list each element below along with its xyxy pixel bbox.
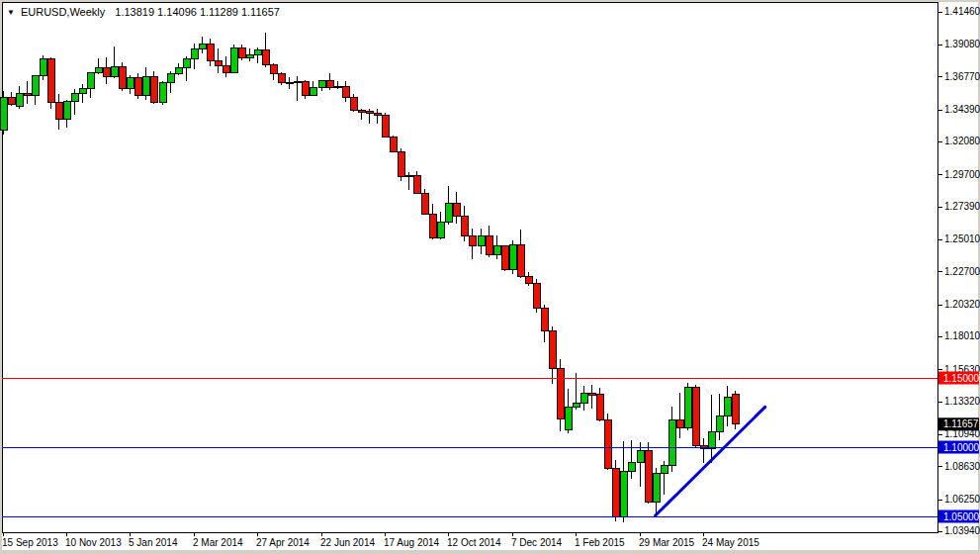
date-tick-label: 1 Feb 2015 xyxy=(575,537,625,548)
candle xyxy=(501,245,508,271)
candle-body-bear xyxy=(302,81,309,95)
candle-body-bull xyxy=(40,59,46,76)
candle-body-bear xyxy=(270,65,277,74)
candle-body-bear xyxy=(612,469,619,516)
candle xyxy=(604,414,611,469)
candle-body-bear xyxy=(358,111,365,112)
candle-body-bear xyxy=(692,388,699,445)
candle-body-bear xyxy=(24,93,31,95)
candle xyxy=(134,73,141,99)
date-tick-label: 27 Apr 2014 xyxy=(256,537,310,548)
candle-body-bear xyxy=(413,175,420,193)
candle-body-bull xyxy=(573,404,579,407)
candle xyxy=(390,136,397,151)
candle-body-bull xyxy=(318,80,325,87)
candle-body-bear xyxy=(453,203,460,216)
candle xyxy=(684,383,691,431)
candle xyxy=(159,81,166,105)
candle xyxy=(230,45,237,73)
candle-body-bull xyxy=(159,82,166,103)
candle-body-bull xyxy=(405,175,412,176)
candle-body-bear xyxy=(103,67,110,77)
candle-body-bull xyxy=(16,93,23,106)
candle xyxy=(645,442,652,504)
candle xyxy=(150,71,157,105)
candle-body-bull xyxy=(183,59,190,68)
date-tick-label: 22 Jun 2014 xyxy=(320,537,375,548)
quote-ohlc-values: 1.13819 1.14096 1.11289 1.11657 xyxy=(115,6,280,18)
price-level-badge-label: 1.10000 xyxy=(943,442,980,453)
price-tick-label: 1.34390 xyxy=(944,104,980,115)
candle-body-bear xyxy=(588,394,595,395)
date-tick-label: 10 Nov 2013 xyxy=(65,537,122,548)
date-tick-label: 17 Aug 2014 xyxy=(384,537,440,548)
candle-body-bull xyxy=(565,407,572,430)
candle xyxy=(119,62,126,91)
candle-body-bear xyxy=(278,74,285,83)
candle-body-bull xyxy=(628,463,635,472)
price-level-badge-label: 1.05000 xyxy=(943,511,980,522)
candle-body-bear xyxy=(215,60,222,65)
candle xyxy=(398,148,404,182)
candle-body-bear xyxy=(390,137,397,151)
candle-body-bear xyxy=(8,98,15,105)
candle-body-bear xyxy=(501,246,508,270)
date-tick-label: 7 Dec 2014 xyxy=(511,537,563,548)
candle-body-bear xyxy=(421,194,428,215)
price-tick-label: 1.32080 xyxy=(944,136,980,146)
date-tick-label: 5 Jan 2014 xyxy=(129,537,178,548)
candle xyxy=(47,57,54,110)
candle-body-bull xyxy=(708,432,715,449)
candle-body-bull xyxy=(199,45,206,49)
candle xyxy=(692,385,699,447)
candle xyxy=(732,391,739,429)
price-chart[interactable]: 1.414601.390801.367701.343901.320801.297… xyxy=(0,0,980,554)
candle-body-bull xyxy=(509,244,516,269)
candle-body-bull xyxy=(653,474,660,503)
candle-body-bull xyxy=(0,98,7,131)
candle-body-bull xyxy=(191,49,198,59)
price-tick-label: 1.36770 xyxy=(944,71,980,82)
price-tick-label: 1.39080 xyxy=(944,39,980,49)
price-tick-label: 1.13320 xyxy=(944,396,980,407)
candle-body-bull xyxy=(175,68,182,74)
candle-body-bull xyxy=(167,74,174,82)
candle-body-bull xyxy=(95,67,102,72)
candle-body-bear xyxy=(486,236,492,255)
candle-body-bear xyxy=(47,59,54,103)
candle-body-bear xyxy=(429,214,436,237)
candle-body-bull xyxy=(445,203,452,222)
candle-body-bear xyxy=(525,277,532,283)
candle-body-bull xyxy=(310,87,316,95)
price-tick-label: 1.08630 xyxy=(944,461,980,472)
price-tick-label: 1.25010 xyxy=(944,233,980,244)
candle-body-bear xyxy=(326,80,333,87)
candle-body-bear xyxy=(382,115,389,137)
candle-body-bear xyxy=(596,395,603,420)
candle-body-bear xyxy=(645,450,652,502)
candle-body-bear xyxy=(342,86,349,98)
chart-window: 1.414601.390801.367701.343901.320801.297… xyxy=(0,0,980,554)
candle xyxy=(0,91,7,135)
candle-body-bull xyxy=(637,450,644,463)
candle-body-bear xyxy=(238,47,245,57)
candle-body-bear xyxy=(134,77,141,95)
candle-body-bull xyxy=(580,394,587,404)
candle-body-bear xyxy=(262,50,269,65)
candle-body-bull xyxy=(246,54,253,57)
price-tick-label: 1.20320 xyxy=(944,299,980,310)
candle xyxy=(382,113,389,137)
date-tick-label: 15 Sep 2013 xyxy=(2,537,58,548)
candle-body-bear xyxy=(557,369,564,419)
candle-body-bull xyxy=(63,102,70,120)
candle xyxy=(612,460,619,521)
candle-body-bear xyxy=(469,236,476,246)
date-tick-label: 29 Mar 2015 xyxy=(639,537,695,548)
symbol-dropdown-icon[interactable]: ▼ xyxy=(7,8,15,17)
candle-body-bear xyxy=(461,216,468,235)
candle-body-bull xyxy=(620,472,627,517)
candle-body-bull xyxy=(127,77,134,88)
candle-body-bear xyxy=(604,420,611,469)
price-level-badge-label: 1.15000 xyxy=(943,373,980,384)
price-tick-label: 1.22700 xyxy=(944,266,980,277)
